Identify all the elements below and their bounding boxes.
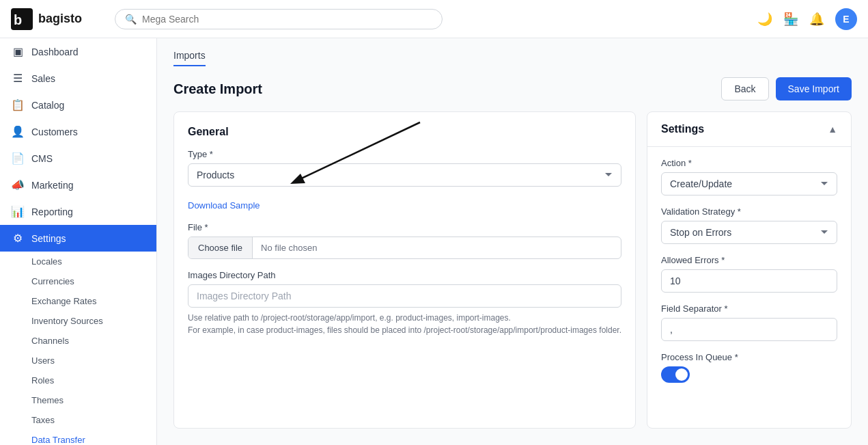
search-icon: 🔍 [125,14,137,25]
process-queue-group: Process In Queue * [661,352,837,383]
sidebar-sub-locales[interactable]: Locales [31,252,156,271]
sidebar-label-sales: Sales [31,73,55,84]
customers-icon: 👤 [11,125,25,138]
file-chosen-text: No file chosen [253,237,325,258]
sidebar-sub-inventory-sources[interactable]: Inventory Sources [31,311,156,331]
sidebar-item-reporting[interactable]: 📊 Reporting [0,198,156,225]
file-label: File * [188,222,621,232]
sidebar-sub-roles[interactable]: Roles [31,370,156,390]
sidebar-label-customers: Customers [31,126,78,137]
sidebar-sub-users[interactable]: Users [31,351,156,370]
field-separator-input[interactable] [661,318,837,341]
process-queue-label: Process In Queue * [661,352,837,362]
settings-sub-menu: Locales Currencies Exchange Rates Invent… [0,252,156,445]
allowed-errors-input[interactable] [661,269,837,293]
download-sample-group: Download Sample [188,198,621,211]
back-button[interactable]: Back [721,77,768,100]
sidebar-item-dashboard[interactable]: ▣ Dashboard [0,38,156,65]
allowed-errors-group: Allowed Errors * [661,255,837,293]
search-bar[interactable]: 🔍 [115,9,443,29]
validation-strategy-group: Validation Strategy * Stop on Errors Ski… [661,206,837,244]
settings-body: Action * Create/Update Delete Validation… [647,147,851,405]
sidebar-sub-channels[interactable]: Channels [31,331,156,351]
sidebar-item-customers[interactable]: 👤 Customers [0,118,156,145]
sales-icon: ☰ [11,72,25,85]
cms-icon: 📄 [11,152,25,165]
sidebar-sub-data-transfer[interactable]: Data Transfer [31,430,156,445]
download-sample-link[interactable]: Download Sample [188,200,260,211]
type-label: Type * [188,149,621,159]
validation-strategy-select[interactable]: Stop on Errors Skip on Errors [661,221,837,244]
store-icon[interactable]: 🏪 [783,12,798,27]
images-dir-group: Images Directory Path Use relative path … [188,270,621,335]
bell-icon[interactable]: 🔔 [809,12,824,27]
settings-icon: ⚙ [11,232,25,245]
sidebar-item-catalog[interactable]: 📋 Catalog [0,92,156,118]
sidebar-sub-currencies[interactable]: Currencies [31,271,156,291]
sidebar: ▣ Dashboard ☰ Sales 📋 Catalog 👤 Customer… [0,38,157,445]
action-select[interactable]: Create/Update Delete [661,172,837,195]
page-actions: Back Save Import [721,77,852,100]
sidebar-item-cms[interactable]: 📄 CMS [0,145,156,172]
hint1-text: Use relative path to /project-root/stora… [188,313,621,323]
action-label: Action * [661,158,837,168]
toggle-track [661,366,690,383]
sidebar-sub-themes[interactable]: Themes [31,390,156,410]
dashboard-icon: ▣ [11,45,25,58]
sidebar-label-settings: Settings [31,233,66,244]
sidebar-sub-exchange-rates[interactable]: Exchange Rates [31,291,156,311]
images-dir-input[interactable] [188,284,621,308]
main-content: Imports Create Import Back Save Import G… [157,38,868,445]
images-dir-label: Images Directory Path [188,270,621,280]
file-input-row: Choose file No file chosen [188,237,621,259]
settings-title: Settings [661,123,704,135]
svg-text:b: b [14,12,22,27]
save-import-button[interactable]: Save Import [776,77,852,100]
toggle-thumb [675,368,688,381]
moon-icon[interactable]: 🌙 [757,12,772,27]
sidebar-item-settings[interactable]: ⚙ Settings [0,225,156,252]
breadcrumb-imports[interactable]: Imports [173,50,206,66]
allowed-errors-label: Allowed Errors * [661,255,837,265]
logo-text: bagisto [38,12,82,26]
reporting-icon: 📊 [11,205,25,218]
file-group: File * Choose file No file chosen [188,222,621,259]
page-title: Create Import [173,81,262,97]
chevron-up-icon[interactable]: ▲ [828,124,837,135]
header-actions: 🌙 🏪 🔔 E [757,8,857,30]
search-input[interactable] [142,14,432,25]
breadcrumb-bar: Imports [157,38,868,66]
hint2-text: For example, in case product-images, fil… [188,325,621,335]
sidebar-label-marketing: Marketing [31,180,73,191]
type-group: Type * Products Customers Categories [188,149,621,187]
process-queue-toggle-row [661,366,837,383]
field-separator-group: Field Separator * [661,304,837,341]
page-header: Create Import Back Save Import [157,66,868,111]
type-select[interactable]: Products Customers Categories [188,163,621,187]
sidebar-label-dashboard: Dashboard [31,46,79,57]
action-group: Action * Create/Update Delete [661,158,837,195]
settings-section-header: Settings ▲ [647,112,851,147]
sidebar-item-marketing[interactable]: 📣 Marketing [0,172,156,198]
sidebar-label-catalog: Catalog [31,100,64,111]
general-section: General Type * Products Customers Catego… [173,111,636,429]
logo-area: b bagisto [11,8,107,30]
general-section-title: General [188,126,621,138]
content-area: General Type * Products Customers Catego… [157,111,868,445]
app-header: b bagisto 🔍 🌙 🏪 🔔 E [0,0,868,38]
body: ▣ Dashboard ☰ Sales 📋 Catalog 👤 Customer… [0,38,868,445]
process-queue-toggle[interactable] [661,366,690,383]
catalog-icon: 📋 [11,98,25,111]
sidebar-sub-taxes[interactable]: Taxes [31,410,156,430]
avatar[interactable]: E [835,8,857,30]
marketing-icon: 📣 [11,178,25,191]
settings-section: Settings ▲ Action * Create/Update Delete… [647,111,852,429]
sidebar-label-reporting: Reporting [31,206,73,217]
sidebar-item-sales[interactable]: ☰ Sales [0,65,156,92]
field-separator-label: Field Separator * [661,304,837,314]
validation-strategy-label: Validation Strategy * [661,206,837,217]
choose-file-button[interactable]: Choose file [188,237,253,258]
sidebar-label-cms: CMS [31,153,53,164]
bagisto-logo-icon: b [11,8,33,30]
